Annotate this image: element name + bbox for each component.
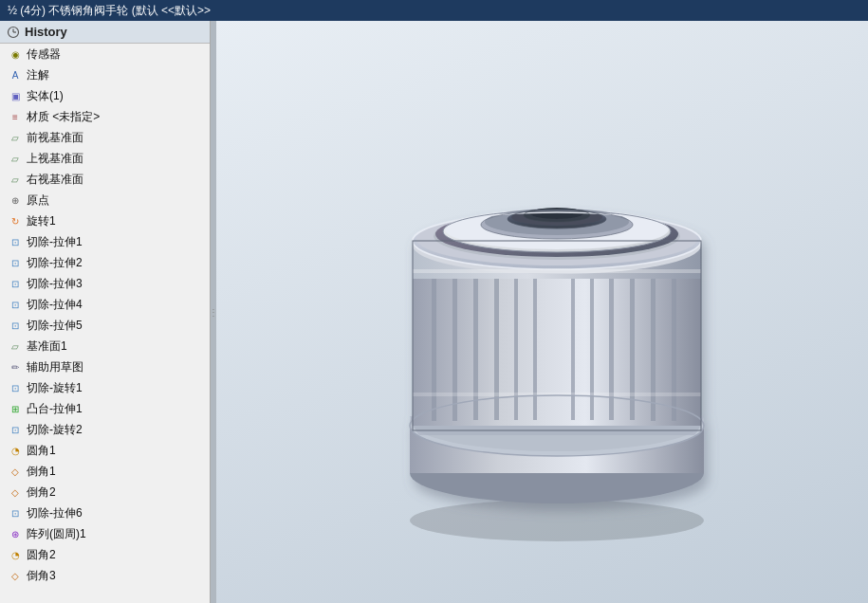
- tree-item-cut-revolve2[interactable]: ⊡切除-旋转2: [0, 419, 210, 440]
- icon-plane: ▱: [8, 172, 23, 187]
- tree-item-pattern1[interactable]: ⊛阵列(圆周)1: [0, 523, 210, 544]
- tree-item-origin[interactable]: ⊕原点: [0, 190, 210, 210]
- icon-revolve: ↻: [8, 213, 23, 228]
- label-top-plane: 上视基准面: [27, 151, 83, 167]
- label-front-plane: 前视基准面: [27, 130, 83, 146]
- icon-note: A: [8, 67, 23, 82]
- svg-rect-9: [432, 274, 436, 421]
- icon-boss: ⊞: [8, 401, 23, 416]
- label-cut-extrude6: 切除-拉伸6: [27, 505, 83, 521]
- label-origin: 原点: [27, 192, 49, 209]
- label-cut-extrude4: 切除-拉伸4: [27, 297, 83, 313]
- tree-item-cut-extrude5[interactable]: ⊡切除-拉伸5: [0, 315, 210, 336]
- icon-plane: ▱: [8, 130, 23, 145]
- tree-item-revolve1[interactable]: ↻旋转1: [0, 210, 210, 231]
- label-chamfer2: 倒角2: [27, 484, 56, 501]
- icon-sensor: ◉: [8, 46, 23, 62]
- svg-rect-19: [651, 272, 656, 421]
- icon-cut: ⊡: [8, 380, 23, 395]
- tree-item-material[interactable]: ≡材质 <未指定>: [0, 106, 210, 127]
- icon-origin: ⊕: [8, 192, 23, 208]
- 3d-model-svg: [320, 65, 794, 558]
- tree-item-sensor[interactable]: ◉传感器: [0, 44, 210, 64]
- label-cut-extrude1: 切除-拉伸1: [27, 234, 83, 250]
- label-cut-revolve2: 切除-旋转2: [27, 422, 83, 438]
- label-material: 材质 <未指定>: [27, 109, 100, 125]
- icon-fillet: ◔: [8, 443, 23, 458]
- icon-plane: ▱: [8, 151, 23, 166]
- icon-cut: ⊡: [8, 505, 23, 521]
- tree-item-fillet1[interactable]: ◔圆角1: [0, 440, 210, 461]
- svg-rect-10: [452, 272, 457, 421]
- feature-tree-sidebar: History ◉传感器A注解▣实体(1)≡材质 <未指定>▱前视基准面▱上视基…: [0, 21, 211, 603]
- label-fillet1: 圆角1: [27, 443, 56, 459]
- label-chamfer3: 倒角3: [27, 568, 56, 584]
- sidebar-header: History: [0, 21, 210, 44]
- 3d-viewport[interactable]: [216, 21, 868, 603]
- icon-pattern: ⊛: [8, 526, 23, 541]
- icon-base-plane: ▱: [8, 338, 23, 354]
- svg-rect-20: [672, 274, 676, 421]
- label-base-plane1: 基准面1: [27, 338, 67, 355]
- tree-item-top-plane[interactable]: ▱上视基准面: [0, 148, 210, 169]
- tree-item-solid1[interactable]: ▣实体(1): [0, 85, 210, 106]
- icon-cut: ⊡: [8, 255, 23, 270]
- svg-rect-11: [473, 270, 478, 420]
- label-sensor: 传感器: [27, 46, 61, 63]
- ground-shadow: [410, 500, 704, 541]
- icon-cut: ⊡: [8, 297, 23, 312]
- tree-items-container: ◉传感器A注解▣实体(1)≡材质 <未指定>▱前视基准面▱上视基准面▱右视基准面…: [0, 44, 210, 603]
- svg-rect-13: [514, 272, 518, 420]
- tree-item-front-plane[interactable]: ▱前视基准面: [0, 127, 210, 148]
- title-bar: ½ (4分) 不锈钢角阀手轮 (默认 <<默认>>: [0, 0, 868, 21]
- tree-item-chamfer3[interactable]: ◇倒角3: [0, 565, 210, 586]
- icon-chamfer: ◇: [8, 568, 23, 583]
- history-icon: [6, 25, 21, 40]
- icon-chamfer: ◇: [8, 464, 23, 479]
- tree-item-cut-extrude6[interactable]: ⊡切除-拉伸6: [0, 502, 210, 523]
- tree-item-cut-extrude1[interactable]: ⊡切除-拉伸1: [0, 231, 210, 252]
- label-annotation: 注解: [27, 67, 49, 83]
- svg-rect-36: [413, 269, 701, 273]
- label-aux-sketch: 辅助用草图: [27, 359, 83, 375]
- tree-item-chamfer1[interactable]: ◇倒角1: [0, 461, 210, 482]
- icon-aux: ✏: [8, 359, 23, 375]
- label-boss-extrude1: 凸台-拉伸1: [27, 401, 83, 417]
- icon-cut: ⊡: [8, 276, 23, 291]
- main-content: History ◉传感器A注解▣实体(1)≡材质 <未指定>▱前视基准面▱上视基…: [0, 21, 868, 603]
- tree-item-cut-extrude2[interactable]: ⊡切除-拉伸2: [0, 252, 210, 273]
- svg-rect-16: [590, 272, 594, 420]
- icon-cut: ⊡: [8, 318, 23, 333]
- svg-rect-15: [571, 274, 575, 420]
- model-container: [273, 40, 840, 584]
- tree-item-cut-extrude3[interactable]: ⊡切除-拉伸3: [0, 273, 210, 294]
- icon-solid: ▣: [8, 88, 23, 103]
- label-cut-extrude5: 切除-拉伸5: [27, 318, 83, 334]
- icon-cut: ⊡: [8, 422, 23, 437]
- icon-cut: ⊡: [8, 234, 23, 249]
- tree-item-right-plane[interactable]: ▱右视基准面: [0, 169, 210, 190]
- icon-fillet: ◔: [8, 547, 23, 562]
- label-right-plane: 右视基准面: [27, 172, 83, 188]
- sidebar-header-label: History: [25, 25, 67, 39]
- icon-material: ≡: [8, 109, 23, 124]
- label-cut-revolve1: 切除-旋转1: [27, 380, 83, 396]
- title-text: ½ (4分) 不锈钢角阀手轮 (默认 <<默认>>: [8, 3, 211, 19]
- svg-rect-18: [630, 270, 635, 420]
- tree-item-annotation[interactable]: A注解: [0, 64, 210, 85]
- label-solid1: 实体(1): [27, 88, 64, 104]
- label-cut-extrude2: 切除-拉伸2: [27, 255, 83, 271]
- tree-item-chamfer2[interactable]: ◇倒角2: [0, 482, 210, 502]
- tree-item-base-plane1[interactable]: ▱基准面1: [0, 336, 210, 356]
- icon-chamfer: ◇: [8, 484, 23, 500]
- label-revolve1: 旋转1: [27, 213, 56, 229]
- label-chamfer1: 倒角1: [27, 464, 56, 480]
- label-cut-extrude3: 切除-拉伸3: [27, 276, 83, 292]
- label-fillet2: 圆角2: [27, 547, 56, 563]
- tree-item-cut-extrude4[interactable]: ⊡切除-拉伸4: [0, 294, 210, 315]
- tree-item-fillet2[interactable]: ◔圆角2: [0, 544, 210, 565]
- tree-item-aux-sketch[interactable]: ✏辅助用草图: [0, 356, 210, 377]
- svg-rect-14: [533, 274, 537, 420]
- tree-item-boss-extrude1[interactable]: ⊞凸台-拉伸1: [0, 398, 210, 419]
- tree-item-cut-revolve1[interactable]: ⊡切除-旋转1: [0, 377, 210, 398]
